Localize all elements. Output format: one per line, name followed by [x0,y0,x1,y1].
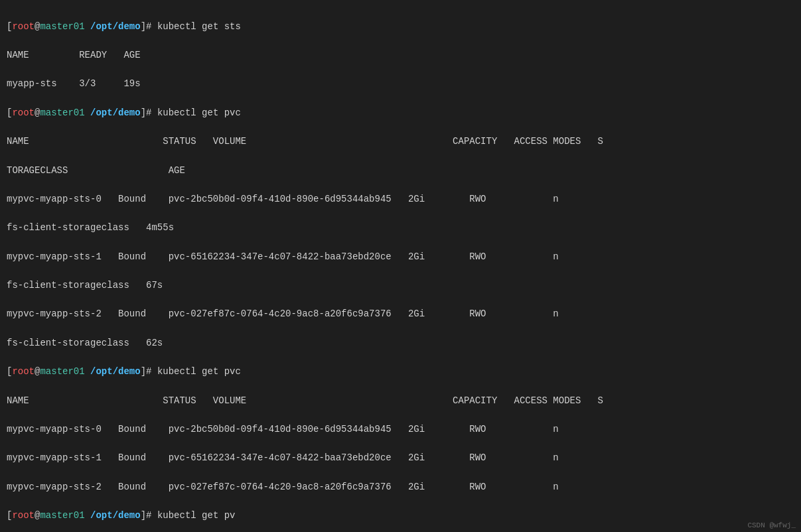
terminal-line: myapp-sts 3/3 19s [7,77,794,92]
terminal-line: fs-client-storageclass 62s [7,336,794,351]
terminal-line: mypvc-myapp-sts-2 Bound pvc-027ef87c-076… [7,307,794,322]
terminal-line: mypvc-myapp-sts-1 Bound pvc-65162234-347… [7,451,794,466]
watermark: CSDN @wfwj_ [747,521,796,529]
terminal-line: [root@master01 /opt/demo]# kubectl get s… [7,20,794,34]
terminal-line: [root@master01 /opt/demo]# kubectl get p… [7,509,794,523]
terminal-line: mypvc-myapp-sts-0 Bound pvc-2bc50b0d-09f… [7,423,794,437]
terminal: [root@master01 /opt/demo]# kubectl get s… [0,0,801,532]
terminal-line: NAME READY AGE [7,48,794,63]
terminal-line: TORAGECLASS AGE [7,164,794,178]
terminal-line: [root@master01 /opt/demo]# kubectl get p… [7,365,794,379]
terminal-line: NAME STATUS VOLUME CAPACITY ACCESS MODES… [7,394,794,409]
terminal-line: [root@master01 /opt/demo]# kubectl get p… [7,106,794,121]
terminal-line: fs-client-storageclass 67s [7,279,794,293]
terminal-line: NAME STATUS VOLUME CAPACITY ACCESS MODES… [7,135,794,149]
terminal-line: mypvc-myapp-sts-0 Bound pvc-2bc50b0d-09f… [7,192,794,207]
terminal-line: mypvc-myapp-sts-1 Bound pvc-65162234-347… [7,250,794,265]
terminal-line: mypvc-myapp-sts-2 Bound pvc-027ef87c-076… [7,480,794,495]
terminal-line: fs-client-storageclass 4m55s [7,221,794,235]
